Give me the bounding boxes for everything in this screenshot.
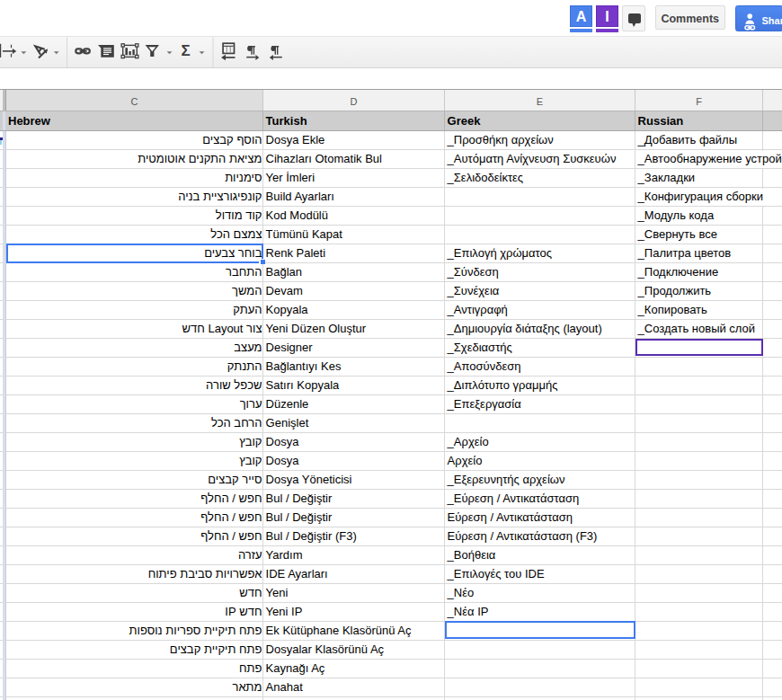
svg-text:Σ: Σ xyxy=(182,42,191,59)
